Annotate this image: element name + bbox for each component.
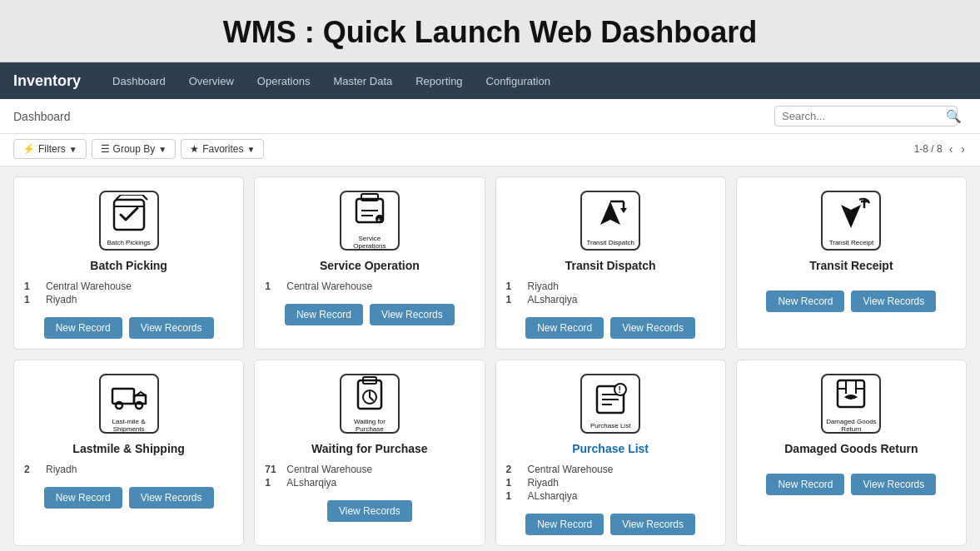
card-damaged-goods: Damaged Goods Return Damaged Goods Retur…	[736, 360, 967, 546]
svg-rect-15	[112, 389, 134, 404]
svg-text:+: +	[377, 217, 381, 223]
view-records-button[interactable]: View Records	[851, 474, 936, 495]
card-actions: New RecordView Records	[506, 317, 715, 339]
view-records-button[interactable]: View Records	[129, 487, 214, 509]
view-records-button[interactable]: View Records	[610, 317, 695, 339]
card-data-row: 1 Riyadh	[506, 477, 715, 489]
new-record-button[interactable]: New Record	[525, 317, 604, 339]
navbar-item-reporting[interactable]: Reporting	[404, 62, 474, 99]
navbar-item-operations[interactable]: Operations	[246, 62, 322, 99]
card-title: Purchase List	[572, 442, 649, 455]
new-record-button[interactable]: New Record	[44, 317, 122, 339]
card-actions: New RecordView Records	[265, 304, 474, 325]
card-title: Waiting for Purchase	[311, 442, 428, 455]
view-records-button[interactable]: View Records	[610, 514, 695, 535]
icon-label: Waiting for Purchase	[341, 419, 398, 434]
groupby-icon: ☰	[101, 143, 110, 155]
main-content: Batch Pickings Batch Picking 1 Central W…	[0, 166, 980, 551]
icon-label: Purchase List	[590, 423, 630, 430]
favorites-label: Favorites	[202, 143, 243, 155]
data-label: Riyadh	[46, 464, 77, 475]
card-icon-inner: Last-mile & Shipments	[101, 374, 157, 434]
cards-grid: Batch Pickings Batch Picking 1 Central W…	[13, 176, 967, 546]
search-button[interactable]: 🔍	[941, 109, 967, 124]
card-title: Transit Receipt	[809, 259, 893, 272]
toolbar: Dashboard 🔍	[0, 99, 980, 134]
filters-button[interactable]: ⚡ Filters ▼	[13, 139, 87, 159]
data-num: 71	[265, 464, 278, 475]
card-actions: New RecordView Records	[506, 514, 715, 535]
favorites-button[interactable]: ★ Favorites ▼	[181, 139, 264, 159]
transit-receipt-icon	[831, 195, 871, 238]
data-label: Riyadh	[46, 294, 77, 305]
damaged-icon	[831, 374, 871, 417]
card-data-row: 1 ALsharqiya	[265, 477, 474, 489]
search-input[interactable]	[774, 106, 958, 127]
filter-icon: ⚡	[22, 143, 35, 155]
groupby-caret: ▼	[158, 145, 167, 154]
card-transit-dispatch: Transit Dispatch Transit Dispatch 1 Riya…	[495, 176, 726, 350]
card-icon-inner: ! Purchase List	[590, 378, 630, 430]
new-record-button[interactable]: New Record	[285, 304, 363, 325]
navbar-item-masterdata[interactable]: Master Data	[321, 62, 404, 99]
view-records-button[interactable]: View Records	[327, 500, 412, 522]
icon-label: Damaged Goods Return	[823, 419, 879, 434]
new-record-button[interactable]: New Record	[766, 474, 844, 495]
search-area: 🔍	[774, 106, 967, 127]
new-record-button[interactable]: New Record	[766, 290, 844, 312]
data-num: 1	[24, 280, 37, 292]
card-data: 1 Central Warehouse 1 Riyadh	[24, 280, 233, 307]
card-icon-wrapper: Last-mile & Shipments	[99, 374, 159, 434]
navbar-item-dashboard[interactable]: Dashboard	[101, 62, 177, 99]
data-num: 1	[506, 477, 520, 489]
card-icon-wrapper: ! Purchase List	[580, 374, 640, 434]
card-data-row: 2 Central Warehouse	[506, 464, 715, 475]
data-num: 1	[506, 294, 520, 305]
view-records-button[interactable]: View Records	[370, 304, 455, 325]
card-title: Service Operation	[320, 259, 420, 272]
view-records-button[interactable]: View Records	[129, 317, 214, 339]
svg-line-14	[868, 200, 869, 203]
card-title: Damaged Goods Return	[784, 442, 918, 455]
pagination-prev[interactable]: ‹	[948, 142, 955, 156]
icon-label: Transit Dispatch	[586, 240, 634, 247]
card-actions: View Records	[265, 500, 474, 522]
service-icon: +	[350, 191, 390, 234]
view-records-button[interactable]: View Records	[851, 290, 936, 312]
navbar-item-configuration[interactable]: Configuration	[475, 62, 562, 99]
navbar-item-overview[interactable]: Overview	[177, 62, 246, 99]
card-data-row: 1 Riyadh	[24, 294, 233, 305]
new-record-button[interactable]: New Record	[44, 487, 122, 509]
groupby-button[interactable]: ☰ Group By ▼	[92, 139, 177, 159]
groupby-label: Group By	[113, 143, 156, 155]
pagination-next[interactable]: ›	[959, 142, 967, 156]
card-title: Batch Picking	[90, 259, 167, 272]
lastmile-icon	[109, 374, 149, 417]
batch-icon	[109, 195, 149, 238]
icon-label: Transit Receipt	[829, 240, 874, 247]
filter-buttons: ⚡ Filters ▼ ☰ Group By ▼ ★ Favorites ▼	[13, 139, 264, 159]
favorites-caret: ▼	[247, 145, 256, 154]
data-num: 1	[265, 477, 278, 489]
card-actions: New RecordView Records	[24, 317, 233, 339]
svg-marker-10	[620, 208, 627, 213]
card-icon-inner: Transit Receipt	[829, 195, 874, 247]
pagination-text: 1-8 / 8	[914, 143, 943, 155]
card-title: Transit Dispatch	[565, 259, 656, 272]
card-transit-receipt: Transit Receipt Transit Receipt New Reco…	[736, 176, 967, 350]
new-record-button[interactable]: New Record	[525, 514, 604, 535]
card-icon-wrapper: Transit Receipt	[821, 191, 881, 251]
card-lastmile-shipping: Last-mile & Shipments Lastmile & Shippin…	[13, 360, 244, 546]
card-data-row: 2 Riyadh	[24, 464, 233, 475]
card-purchase-list: ! Purchase List Purchase List 2 Central …	[495, 360, 726, 546]
breadcrumb: Dashboard	[13, 110, 774, 123]
data-label: ALsharqiya	[528, 294, 578, 305]
filter-bar: ⚡ Filters ▼ ☰ Group By ▼ ★ Favorites ▼ 1…	[0, 134, 980, 166]
data-num: 1	[265, 280, 278, 292]
icon-label: Last-mile & Shipments	[101, 419, 157, 434]
card-actions: New RecordView Records	[747, 290, 956, 312]
card-data-row: 1 Central Warehouse	[24, 280, 233, 292]
card-data-row: 1 Riyadh	[506, 280, 715, 292]
data-label: Central Warehouse	[46, 280, 132, 292]
pagination: 1-8 / 8 ‹ ›	[914, 142, 967, 156]
